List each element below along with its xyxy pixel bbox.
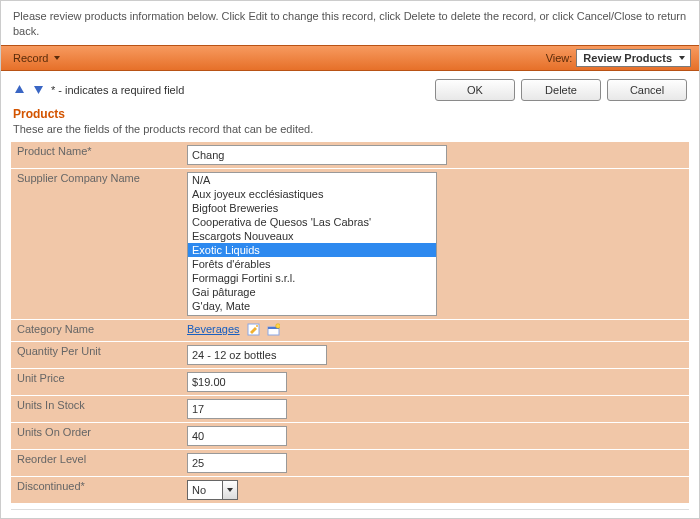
svg-marker-0: [15, 85, 24, 93]
reorder-level-input[interactable]: [187, 453, 287, 473]
supplier-option[interactable]: Aux joyeux ecclésiastiques: [188, 187, 436, 201]
unit-price-label: Unit Price: [17, 372, 65, 384]
discontinued-label: Discontinued: [17, 480, 81, 492]
instructions-text: Please review products information below…: [1, 1, 699, 45]
supplier-option[interactable]: Cooperativa de Quesos 'Las Cabras': [188, 215, 436, 229]
discontinued-select[interactable]: No: [187, 480, 238, 500]
supplier-option[interactable]: Exotic Liquids: [188, 243, 436, 257]
product-name-label: Product Name: [17, 145, 87, 157]
actionbar-top: * - indicates a required field OK Delete…: [1, 71, 699, 107]
supplier-option[interactable]: Escargots Nouveaux: [188, 229, 436, 243]
new-icon[interactable]: [267, 323, 280, 338]
prev-record-icon[interactable]: [13, 83, 26, 96]
units-on-order-label: Units On Order: [17, 426, 91, 438]
record-menu[interactable]: Record: [9, 50, 64, 66]
qpu-input[interactable]: [187, 345, 327, 365]
view-select-value: Review Products: [583, 52, 672, 64]
view-label: View:: [546, 52, 573, 64]
chevron-down-icon[interactable]: [222, 481, 237, 499]
supplier-option[interactable]: Bigfoot Breweries: [188, 201, 436, 215]
toolbar: Record View: Review Products: [1, 45, 699, 71]
next-record-icon[interactable]: [32, 83, 45, 96]
supplier-option[interactable]: G'day, Mate: [188, 299, 436, 313]
required-note: * - indicates a required field: [51, 84, 184, 96]
units-in-stock-input[interactable]: [187, 399, 287, 419]
supplier-option[interactable]: Forêts d'érables: [188, 257, 436, 271]
edit-icon[interactable]: [247, 323, 260, 338]
supplier-option[interactable]: Gai pâturage: [188, 285, 436, 299]
supplier-label: Supplier Company Name: [17, 172, 140, 184]
category-label: Category Name: [17, 323, 94, 335]
svg-point-6: [275, 323, 279, 328]
category-link[interactable]: Beverages: [187, 323, 240, 335]
unit-price-input[interactable]: [187, 372, 287, 392]
view-select[interactable]: Review Products: [576, 49, 691, 67]
required-mark: *: [81, 480, 85, 492]
form-table: Product Name* Supplier Company Name N/AA…: [11, 141, 689, 503]
record-menu-label: Record: [13, 52, 48, 64]
actionbar-bottom: * - indicates a required field OK Delete…: [1, 510, 699, 519]
required-mark: *: [87, 145, 91, 157]
svg-marker-1: [34, 86, 43, 94]
product-name-input[interactable]: [187, 145, 447, 165]
qpu-label: Quantity Per Unit: [17, 345, 101, 357]
supplier-option[interactable]: Formaggi Fortini s.r.l.: [188, 271, 436, 285]
section-subtitle: These are the fields of the products rec…: [1, 121, 699, 141]
units-in-stock-label: Units In Stock: [17, 399, 85, 411]
delete-button[interactable]: Delete: [521, 79, 601, 101]
units-on-order-input[interactable]: [187, 426, 287, 446]
ok-button[interactable]: OK: [435, 79, 515, 101]
section-title: Products: [1, 107, 699, 121]
supplier-listbox[interactable]: N/AAux joyeux ecclésiastiquesBigfoot Bre…: [187, 172, 437, 316]
cancel-button[interactable]: Cancel: [607, 79, 687, 101]
discontinued-value: No: [188, 481, 222, 499]
supplier-option[interactable]: N/A: [188, 173, 436, 187]
chevron-down-icon: [54, 56, 60, 60]
svg-point-3: [256, 325, 258, 327]
reorder-level-label: Reorder Level: [17, 453, 86, 465]
